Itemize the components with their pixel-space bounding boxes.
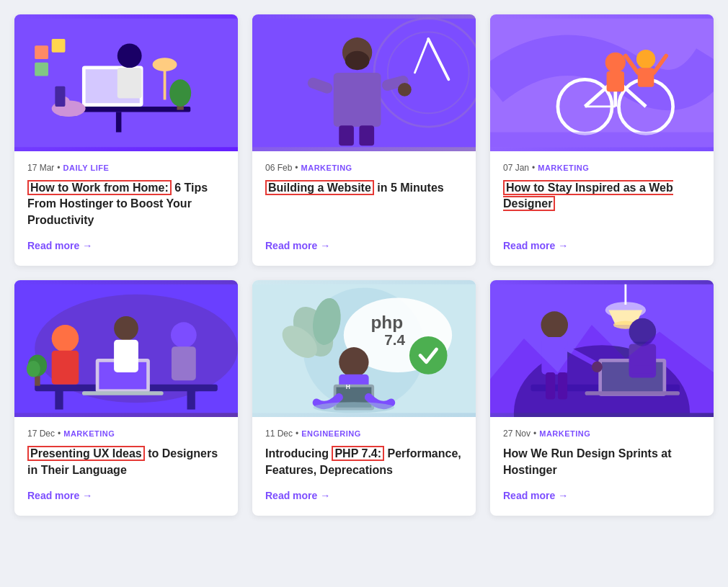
svg-rect-48 xyxy=(187,390,195,410)
card-date-wfh: 17 Mar xyxy=(27,163,54,173)
svg-point-52 xyxy=(52,325,79,352)
card-category-sprints: MARKETING xyxy=(539,429,590,438)
svg-point-69 xyxy=(409,336,448,375)
card-work-from-home: 17 Mar • DAILY LIFE How to Work from Hom… xyxy=(14,14,238,266)
card-design-sprints: 27 Nov • MARKETING How We Run Design Spr… xyxy=(490,280,714,516)
card-body-inspired: 07 Jan • MARKETING How to Stay Inspired … xyxy=(490,151,714,266)
svg-rect-28 xyxy=(339,125,354,145)
card-body-wfh: 17 Mar • DAILY LIFE How to Work from Hom… xyxy=(14,151,238,266)
dot-ux: • xyxy=(58,429,61,439)
card-category-wfh: DAILY LIFE xyxy=(63,163,110,172)
svg-text:7.4: 7.4 xyxy=(384,331,405,348)
read-more-wfh[interactable]: Read more → xyxy=(27,240,225,251)
card-title-php: Introducing PHP 7.4: Performance, Featur… xyxy=(265,446,463,478)
card-meta-wfh: 17 Mar • DAILY LIFE xyxy=(27,163,225,173)
card-meta-php: 11 Dec • ENGINEERING xyxy=(265,429,463,439)
svg-point-37 xyxy=(605,53,626,73)
card-date-building: 06 Feb xyxy=(265,163,292,173)
svg-point-86 xyxy=(541,312,568,339)
read-more-php[interactable]: Read more → xyxy=(265,490,463,501)
svg-point-54 xyxy=(114,316,138,341)
dot-building: • xyxy=(295,163,298,173)
svg-rect-2 xyxy=(116,112,122,132)
svg-point-23 xyxy=(345,51,370,70)
svg-point-8 xyxy=(153,58,177,71)
title-highlight-building: Building a Website xyxy=(265,180,374,195)
svg-rect-16 xyxy=(55,86,65,107)
svg-point-10 xyxy=(169,79,191,107)
card-title-inspired: How to Stay Inspired as a Web Designer xyxy=(503,180,701,228)
svg-rect-57 xyxy=(172,346,196,380)
card-body-building: 06 Feb • MARKETING Building a Website in… xyxy=(252,151,476,266)
card-image-php: php 7.4 H xyxy=(252,280,476,417)
svg-point-39 xyxy=(636,50,655,68)
card-meta-building: 06 Feb • MARKETING xyxy=(265,163,463,173)
card-title-ux: Presenting UX Ideas to Designers in Thei… xyxy=(27,446,225,478)
card-category-php: ENGINEERING xyxy=(301,429,361,438)
svg-rect-13 xyxy=(35,63,48,76)
dot-wfh: • xyxy=(57,163,60,173)
svg-rect-24 xyxy=(334,73,381,127)
dot-inspired: • xyxy=(532,163,535,173)
card-title-wfh: How to Work from Home: 6 Tips From Hosti… xyxy=(27,180,225,228)
dot-sprints: • xyxy=(533,429,536,439)
svg-point-56 xyxy=(171,323,197,349)
svg-point-5 xyxy=(117,44,142,68)
card-image-sprints xyxy=(490,280,714,417)
card-category-inspired: MARKETING xyxy=(538,163,589,172)
dot-php: • xyxy=(296,429,298,439)
title-highlight-php: PHP 7.4: xyxy=(332,446,384,461)
card-php: php 7.4 H 11 Dec xyxy=(252,280,476,516)
svg-rect-38 xyxy=(607,71,624,91)
card-meta-sprints: 27 Nov • MARKETING xyxy=(503,429,701,439)
svg-rect-47 xyxy=(55,390,63,410)
card-date-php: 11 Dec xyxy=(265,429,293,439)
svg-rect-12 xyxy=(52,39,66,53)
card-image-wfh xyxy=(14,14,238,151)
card-image-building xyxy=(252,14,476,151)
card-meta-inspired: 07 Jan • MARKETING xyxy=(503,163,701,173)
title-highlight-ux: Presenting UX Ideas xyxy=(27,446,145,461)
read-more-sprints[interactable]: Read more → xyxy=(503,490,701,501)
svg-rect-6 xyxy=(117,68,142,98)
title-highlight-inspired: How to Stay Inspired as a Web Designer xyxy=(503,180,673,211)
card-title-building: Building a Website in 5 Minutes xyxy=(265,180,463,228)
card-stay-inspired: 07 Jan • MARKETING How to Stay Inspired … xyxy=(490,14,714,266)
card-date-sprints: 27 Nov xyxy=(503,429,531,439)
card-meta-ux: 17 Dec • MARKETING xyxy=(27,429,225,439)
svg-point-27 xyxy=(398,83,412,97)
card-building-website: 06 Feb • MARKETING Building a Website in… xyxy=(252,14,476,266)
card-ux-ideas: 17 Dec • MARKETING Presenting UX Ideas t… xyxy=(14,280,238,516)
svg-rect-53 xyxy=(52,351,79,385)
svg-point-60 xyxy=(27,361,40,377)
svg-rect-43 xyxy=(490,133,714,148)
svg-rect-29 xyxy=(359,125,374,145)
svg-text:H: H xyxy=(346,384,350,391)
card-date-ux: 17 Dec xyxy=(27,429,55,439)
card-category-ux: MARKETING xyxy=(63,429,115,438)
card-body-sprints: 27 Nov • MARKETING How We Run Design Spr… xyxy=(490,417,714,516)
card-image-ux xyxy=(14,280,238,417)
svg-rect-55 xyxy=(114,340,138,372)
svg-point-75 xyxy=(314,402,395,413)
card-category-building: MARKETING xyxy=(301,163,352,172)
card-body-php: 11 Dec • ENGINEERING Introducing PHP 7.4… xyxy=(252,417,476,516)
svg-rect-51 xyxy=(82,391,164,395)
svg-text:php: php xyxy=(370,313,403,332)
read-more-inspired[interactable]: Read more → xyxy=(503,240,701,251)
svg-point-70 xyxy=(339,347,368,377)
blog-grid: 17 Mar • DAILY LIFE How to Work from Hom… xyxy=(14,14,714,516)
svg-rect-40 xyxy=(638,68,654,86)
read-more-ux[interactable]: Read more → xyxy=(27,490,225,501)
card-date-inspired: 07 Jan xyxy=(503,163,529,173)
card-image-inspired xyxy=(490,14,714,151)
read-more-building[interactable]: Read more → xyxy=(265,240,463,251)
card-body-ux: 17 Dec • MARKETING Presenting UX Ideas t… xyxy=(14,417,238,516)
title-highlight-wfh: How to Work from Home: xyxy=(27,180,172,195)
svg-rect-11 xyxy=(35,45,48,59)
card-title-sprints: How We Run Design Sprints at Hostinger xyxy=(503,446,701,478)
